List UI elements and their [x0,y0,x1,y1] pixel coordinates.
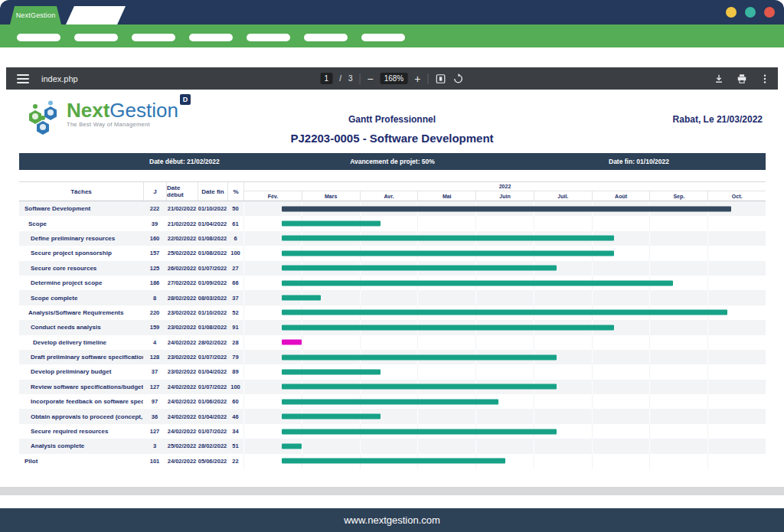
task-duration-days: 128 [143,354,166,361]
gantt-task-row: Develop preliminary budget3723/02/202201… [19,364,766,379]
zoom-in-button[interactable]: + [414,73,420,84]
task-gantt-bar [282,221,381,227]
task-progress-pct: 34 [227,428,243,435]
task-end-date: 01/08/2022 [198,324,227,331]
nav-pill[interactable] [247,34,290,41]
task-end-date: 01/07/2022 [198,354,227,361]
gantt-task-row: Incorporate feedback on software specifi… [19,394,766,409]
task-end-date: 28/02/2022 [198,339,227,346]
task-progress-pct: 27 [227,265,243,272]
page-number-input[interactable]: 1 [321,73,333,84]
task-name: Scope complete [19,295,143,302]
maximize-dot[interactable] [745,7,756,18]
task-start-date: 21/02/2022 [166,205,198,212]
task-start-date: 24/02/2022 [166,383,198,390]
task-start-date: 25/02/2022 [166,442,198,449]
nav-pill[interactable] [74,34,118,41]
menu-icon[interactable] [17,74,29,83]
gantt-task-row: Draft preliminary software specification… [19,350,766,364]
gantt-task-row: Pilot10124/02/202205/06/202222 [19,454,766,468]
nav-pill[interactable] [189,34,233,41]
task-duration-days: 220 [143,309,166,316]
task-end-date: 01/04/2022 [198,413,227,420]
gantt-table: Tâches J Date début Date fin % 2022 Fév.… [19,181,766,468]
gantt-task-row: Develop delivery timeline424/02/202228/0… [19,335,766,350]
tab-secondary[interactable] [66,6,126,24]
minimize-dot[interactable] [726,7,737,18]
task-timeline-cell [243,216,766,230]
task-gantt-bar [282,206,731,211]
task-end-date: 01/07/2022 [198,265,227,272]
pdf-toolbar: index.php 1 / 3 − 168% + [6,67,778,90]
nav-pill[interactable] [304,34,348,41]
task-start-date: 26/02/2022 [166,265,198,272]
gantt-task-row: Determine project scope18627/02/202201/0… [19,276,766,290]
rotate-icon[interactable] [452,73,463,84]
task-end-date: 05/06/2022 [198,458,227,465]
report-place-date: Rabat, Le 21/03/2022 [673,114,763,125]
task-timeline-cell [243,290,766,305]
fit-page-icon[interactable] [435,73,446,84]
task-duration-days: 127 [143,428,166,435]
task-start-date: 25/02/2022 [166,250,198,256]
col-header-date-debut: Date début [166,182,198,201]
task-progress-pct: 6 [227,235,243,242]
task-gantt-bar [282,310,727,315]
nav-pill[interactable] [132,34,175,41]
nav-pill[interactable] [361,34,405,41]
kebab-menu-icon[interactable] [760,73,770,84]
close-dot[interactable] [764,7,775,18]
task-progress-pct: 51 [227,442,243,449]
task-name: Define preliminary resources [19,235,143,242]
gantt-header-row: Tâches J Date début Date fin % 2022 Fév.… [19,181,766,201]
timeline-month-label: Juin [475,191,534,201]
gantt-task-row: Obtain approvals to proceed (concept, ti… [19,409,766,423]
task-end-date: 01/07/2022 [198,383,227,390]
task-name: Secure required resources [19,428,143,435]
zoom-level[interactable]: 168% [381,73,408,84]
download-icon[interactable] [714,73,724,84]
task-gantt-bar [282,280,673,286]
task-progress-pct: 66 [227,279,243,286]
task-start-date: 23/02/2022 [166,309,198,316]
task-timeline-cell [243,380,766,394]
task-progress-pct: 22 [227,458,243,465]
task-progress-pct: 52 [227,309,243,316]
gantt-task-row: Analysis/Software Requirements22023/02/2… [19,305,766,320]
task-name: Analysis/Software Requirements [19,309,143,316]
nav-pill[interactable] [17,34,60,41]
task-duration-days: 159 [143,324,166,331]
task-progress-pct: 89 [227,368,243,375]
task-duration-days: 127 [143,383,166,390]
task-name: Draft preliminary software specification… [19,354,143,361]
task-gantt-bar [282,266,557,271]
task-start-date: 24/02/2022 [166,428,198,435]
tab-nextgestion[interactable]: NextGestion [10,6,61,24]
project-end-date: Date fin: 01/10/2022 [609,158,669,165]
task-start-date: 21/02/2022 [166,220,198,227]
task-end-date: 01/06/2022 [198,398,227,405]
task-duration-days: 37 [143,368,166,375]
task-start-date: 28/02/2022 [166,295,198,302]
timeline-month-label: Mars [302,191,360,201]
task-end-date: 28/02/2022 [198,442,227,449]
task-start-date: 24/02/2022 [166,413,198,420]
task-name: Conduct needs analysis [19,324,143,331]
task-name: Review software specifications/budget wi… [19,383,143,390]
task-start-date: 24/02/2022 [166,398,198,405]
task-timeline-cell [243,364,766,379]
task-name: Incorporate feedback on software specifi… [19,398,143,405]
print-icon[interactable] [737,73,747,84]
task-progress-pct: 61 [227,220,243,227]
gantt-task-row: Secure required resources12724/02/202201… [19,424,766,439]
browser-titlebar: NextGestion [0,0,784,24]
zoom-out-button[interactable]: − [367,73,373,84]
task-name: Secure project sponsorship [19,250,143,256]
gantt-task-row: Conduct needs analysis15923/02/202201/08… [19,320,766,335]
task-timeline-cell [243,261,766,276]
task-end-date: 01/10/2022 [198,205,227,212]
task-timeline-cell [243,454,766,468]
task-duration-days: 8 [143,295,166,302]
task-name: Software Development [19,205,143,212]
task-start-date: 24/02/2022 [166,339,198,346]
